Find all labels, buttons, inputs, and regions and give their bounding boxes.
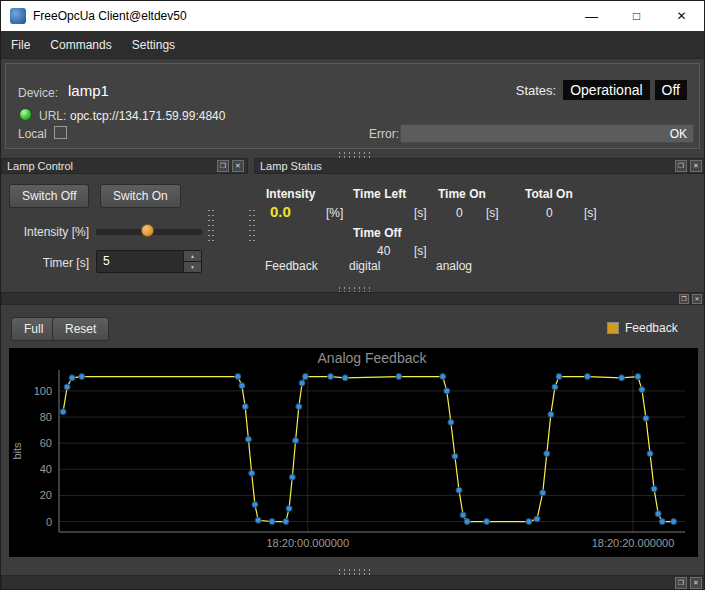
time-off-unit: [s] bbox=[414, 244, 427, 258]
chart-legend: Feedback bbox=[607, 321, 678, 335]
maximize-button[interactable]: □ bbox=[614, 1, 659, 31]
lamp-status-titlebar[interactable]: Lamp Status ❐ ✕ bbox=[254, 158, 705, 174]
error-label: Error: bbox=[369, 127, 399, 141]
spin-down-icon[interactable]: ▼ bbox=[184, 262, 201, 272]
spin-up-icon[interactable]: ▲ bbox=[184, 251, 201, 262]
chart-panel: Full Reset Feedback 02040608010018:20:00… bbox=[1, 305, 705, 567]
url-value: opc.tcp://134.171.59.99:4840 bbox=[70, 109, 225, 123]
reset-button[interactable]: Reset bbox=[52, 317, 109, 341]
menu-commands[interactable]: Commands bbox=[40, 33, 121, 57]
svg-text:100: 100 bbox=[34, 385, 52, 397]
local-checkbox[interactable] bbox=[54, 126, 67, 139]
slider-handle[interactable] bbox=[141, 224, 154, 237]
connection-led-icon bbox=[19, 108, 32, 121]
timer-label: Timer [s] bbox=[3, 256, 89, 270]
lamp-control-title: Lamp Control bbox=[2, 160, 217, 172]
svg-text:bits: bits bbox=[11, 442, 23, 460]
timer-value[interactable]: 5 bbox=[97, 251, 183, 272]
bottom-dock-titlebar[interactable]: ❐ ✕ bbox=[1, 575, 705, 590]
lamp-status-title: Lamp Status bbox=[255, 160, 675, 172]
close-button[interactable]: ✕ bbox=[659, 1, 704, 31]
full-button[interactable]: Full bbox=[11, 317, 56, 341]
close-icon[interactable]: ✕ bbox=[692, 294, 702, 304]
svg-text:0: 0 bbox=[46, 516, 52, 528]
feedback-digital: digital bbox=[349, 259, 380, 273]
legend-swatch bbox=[607, 322, 619, 334]
minimize-button[interactable]: — bbox=[569, 1, 614, 31]
analog-feedback-chart[interactable]: 02040608010018:20:00.00000018:20:20.0000… bbox=[9, 348, 698, 557]
float-icon[interactable]: ❐ bbox=[675, 160, 687, 172]
intensity-unit: [%] bbox=[326, 206, 343, 220]
device-panel: Device: lamp1 States: Operational Off UR… bbox=[5, 63, 700, 149]
state-badge-operational: Operational bbox=[563, 80, 649, 100]
switch-on-button[interactable]: Switch On bbox=[100, 184, 181, 208]
device-name: lamp1 bbox=[68, 82, 109, 99]
feedback-analog: analog bbox=[436, 259, 472, 273]
feedback-label: Feedback bbox=[265, 259, 318, 273]
total-on-unit: [s] bbox=[584, 206, 597, 220]
error-value: OK bbox=[670, 127, 687, 141]
svg-text:18:20:00.000000: 18:20:00.000000 bbox=[266, 537, 349, 549]
legend-label: Feedback bbox=[625, 321, 678, 335]
svg-text:40: 40 bbox=[40, 463, 52, 475]
error-field: OK bbox=[400, 124, 694, 143]
col-intensity: Intensity bbox=[266, 187, 315, 201]
splitter-handle-top[interactable] bbox=[337, 151, 371, 158]
total-on-value: 0 bbox=[546, 206, 553, 220]
time-off-label: Time Off bbox=[353, 226, 401, 240]
time-on-value: 0 bbox=[456, 206, 463, 220]
svg-text:18:20:20.000000: 18:20:20.000000 bbox=[592, 537, 675, 549]
switch-off-button[interactable]: Switch Off bbox=[9, 184, 89, 208]
timer-spinbox[interactable]: 5 ▲ ▼ bbox=[96, 250, 202, 273]
menu-file[interactable]: File bbox=[1, 33, 40, 57]
intensity-label: Intensity [%] bbox=[3, 225, 89, 239]
local-label: Local bbox=[18, 127, 47, 141]
app-icon bbox=[10, 8, 26, 24]
url-label: URL: bbox=[39, 109, 66, 123]
time-on-unit: [s] bbox=[486, 206, 499, 220]
main-window: FreeOpcUa Client@eltdev50 — □ ✕ File Com… bbox=[0, 0, 705, 590]
states-row: States: Operational Off bbox=[516, 80, 687, 100]
col-time-left: Time Left bbox=[353, 187, 406, 201]
splitter-handle-bottom[interactable] bbox=[337, 568, 371, 575]
float-icon[interactable]: ❐ bbox=[679, 294, 689, 304]
intensity-slider[interactable] bbox=[96, 223, 202, 239]
time-left-unit: [s] bbox=[414, 206, 427, 220]
col-time-on: Time On bbox=[438, 187, 486, 201]
chart-dock-titlebar[interactable]: ❐ ✕ bbox=[1, 292, 705, 305]
float-icon[interactable]: ❐ bbox=[675, 577, 687, 589]
menu-bar: File Commands Settings bbox=[1, 31, 704, 59]
lamp-status-panel: Intensity Time Left Time On Total On 0.0… bbox=[254, 174, 705, 286]
col-total-on: Total On bbox=[525, 187, 573, 201]
close-icon[interactable]: ✕ bbox=[690, 160, 702, 172]
svg-text:80: 80 bbox=[40, 411, 52, 423]
svg-text:60: 60 bbox=[40, 437, 52, 449]
time-off-value: 40 bbox=[377, 244, 390, 258]
intensity-value: 0.0 bbox=[270, 203, 291, 220]
svg-text:Analog Feedback: Analog Feedback bbox=[318, 350, 428, 366]
float-icon[interactable]: ❐ bbox=[217, 160, 229, 172]
spin-buttons: ▲ ▼ bbox=[183, 251, 201, 272]
state-badge-off: Off bbox=[655, 80, 687, 100]
window-titlebar[interactable]: FreeOpcUa Client@eltdev50 — □ ✕ bbox=[1, 1, 704, 31]
device-label: Device: bbox=[18, 86, 58, 100]
lamp-control-titlebar[interactable]: Lamp Control ❐ ✕ bbox=[1, 158, 248, 174]
svg-text:20: 20 bbox=[40, 489, 52, 501]
chart-svg[interactable]: 02040608010018:20:00.00000018:20:20.0000… bbox=[9, 348, 698, 557]
window-title: FreeOpcUa Client@eltdev50 bbox=[33, 9, 569, 23]
menu-settings[interactable]: Settings bbox=[122, 33, 185, 57]
close-icon[interactable]: ✕ bbox=[232, 160, 244, 172]
splitter-handle-inner[interactable] bbox=[207, 208, 214, 244]
states-label: States: bbox=[516, 83, 556, 98]
close-icon[interactable]: ✕ bbox=[690, 577, 702, 589]
